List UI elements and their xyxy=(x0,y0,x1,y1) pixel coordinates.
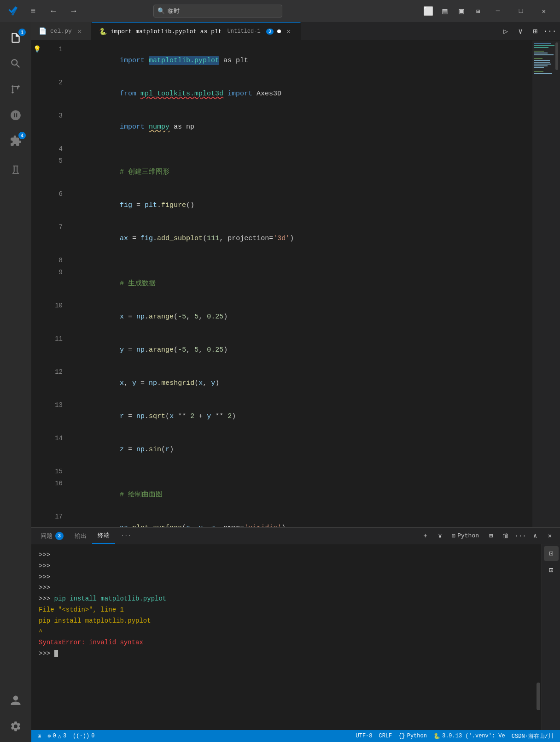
sidebar-item-settings[interactable] xyxy=(4,714,28,738)
line-content-2: from mpl_toolkits.mplot3d import Axes3D xyxy=(70,77,532,111)
terminal-scrollbar[interactable] xyxy=(535,544,542,730)
split-editor-button[interactable]: ⊞ xyxy=(529,25,542,38)
line-number-4: 4 xyxy=(42,144,70,154)
kill-terminal-button[interactable]: 🗑 xyxy=(499,530,512,542)
terminal-line-5: >>> pip install matplotlib.pyplot xyxy=(39,594,528,605)
close-button[interactable]: ✕ xyxy=(533,4,554,18)
panel-tab-problems[interactable]: 问题 3 xyxy=(35,528,69,544)
lightbulb-indicator[interactable]: 💡 xyxy=(31,44,42,54)
search-bar[interactable]: 🔍 临时 xyxy=(153,5,282,18)
terminal-content[interactable]: >>> >>> >>> >>> >>> pip install matplotl… xyxy=(31,544,535,730)
terminal-line-2: >>> xyxy=(39,561,528,572)
status-csdn[interactable]: CSDN·游在山/川 xyxy=(509,730,556,742)
warning-count: 3 xyxy=(63,733,66,739)
sidebar-item-account[interactable] xyxy=(4,689,28,713)
code-editor[interactable]: 💡 1 import matplotlib.pyplot as plt 2 fr… xyxy=(31,41,532,527)
status-language[interactable]: {} Python xyxy=(396,730,430,742)
line-number-14: 14 xyxy=(42,433,70,443)
status-encoding[interactable]: UTF-8 xyxy=(353,730,375,742)
tab-label: cel.py xyxy=(50,28,72,35)
line-content-16: # 绘制曲面图 xyxy=(70,478,532,512)
layout-btn-1[interactable]: ⬜ xyxy=(421,4,436,18)
panel-tab-terminal[interactable]: 终端 xyxy=(92,528,115,544)
close-panel-button[interactable]: ✕ xyxy=(543,530,556,542)
tab-close-icon[interactable]: ✕ xyxy=(285,27,293,35)
extensions-badge: 4 xyxy=(18,132,26,139)
forward-button[interactable]: → xyxy=(66,4,81,18)
minimize-button[interactable]: ─ xyxy=(487,4,508,18)
line-content-10: x = np.arange(-5, 5, 0.25) xyxy=(70,300,532,334)
layout-btn-2[interactable]: ▤ xyxy=(438,4,452,18)
maximize-panel-button[interactable]: ∧ xyxy=(529,530,542,542)
panel-tab-more[interactable]: ··· xyxy=(115,528,137,544)
tab-untitled-1[interactable]: 🐍 import matplotlib.pyplot as plt Untitl… xyxy=(92,22,301,40)
status-python-version[interactable]: 🐍 3.9.13 ('.venv': Ve xyxy=(431,730,508,742)
code-line-12: 12 x, y = np.meshgrid(x, y) xyxy=(31,367,532,400)
layout-btn-4[interactable]: ⊞ xyxy=(471,4,485,18)
terminal-line-9: SyntaxError: invalid syntax xyxy=(39,637,528,648)
code-line-4: 4 xyxy=(31,144,532,156)
terminal-side-btn-1[interactable]: ⊡ xyxy=(544,546,559,561)
status-errors[interactable]: ⊗ 0 △ 3 xyxy=(45,730,69,742)
panel-tab-output[interactable]: 输出 xyxy=(69,528,92,544)
sidebar-item-extensions[interactable]: 4 xyxy=(4,129,28,153)
signal-icon: ((·)) xyxy=(73,733,89,739)
sidebar-item-files[interactable]: 1 xyxy=(4,26,28,50)
line-content-6: fig = plt.figure() xyxy=(70,189,532,222)
line-number-7: 7 xyxy=(42,222,70,232)
line-number-15: 15 xyxy=(42,466,70,477)
layout-btn-3[interactable]: ▣ xyxy=(454,4,469,18)
status-line-ending[interactable]: CRLF xyxy=(376,730,395,742)
sidebar-item-search[interactable] xyxy=(4,52,28,76)
new-terminal-button[interactable]: + xyxy=(419,530,432,542)
maximize-button[interactable]: □ xyxy=(510,4,531,18)
terminal-more-button[interactable]: ··· xyxy=(514,530,527,542)
menu-icon[interactable]: ≡ xyxy=(26,4,41,18)
split-terminal-button[interactable]: ⊞ xyxy=(484,530,497,542)
search-icon: 🔍 xyxy=(158,7,165,15)
status-bar: ⊞ ⊗ 0 △ 3 ((·)) 0 UTF-8 CRLF {} Python xyxy=(31,730,560,742)
line-number-11: 11 xyxy=(42,334,70,344)
titlebar: ≡ ← → 🔍 临时 ⬜ ▤ ▣ ⊞ ─ □ ✕ xyxy=(0,0,560,22)
sidebar-item-debug[interactable] xyxy=(4,103,28,127)
terminal-line-8: ^ xyxy=(39,627,528,638)
tab-badge: 3 xyxy=(266,29,274,35)
python-version-label: 3.9.13 ('.venv': Ve xyxy=(442,733,505,739)
terminal-line-1: >>> xyxy=(39,550,528,561)
error-count: 0 xyxy=(52,733,56,739)
back-button[interactable]: ← xyxy=(46,4,61,18)
problems-badge: 3 xyxy=(55,532,64,540)
line-content-9: # 生成数据 xyxy=(70,267,532,300)
main-container: 1 4 xyxy=(0,22,560,742)
run-button[interactable]: ▷ xyxy=(499,25,512,38)
line-content-5: # 创建三维图形 xyxy=(70,156,532,189)
panel-tab-terminal-label: 终端 xyxy=(98,531,110,540)
terminal-dropdown-button[interactable]: ∨ xyxy=(433,530,446,542)
tab-close-icon[interactable]: ✕ xyxy=(76,27,84,35)
code-line-2: 2 from mpl_toolkits.mplot3d import Axes3… xyxy=(31,77,532,111)
code-line-11: 11 y = np.arange(-5, 5, 0.25) xyxy=(31,334,532,367)
code-line-10: 10 x = np.arange(-5, 5, 0.25) xyxy=(31,300,532,334)
tab-cel-py[interactable]: 📄 cel.py ✕ xyxy=(31,22,92,40)
line-number-10: 10 xyxy=(42,300,70,311)
terminal-side-btn-2[interactable]: ⊡ xyxy=(544,563,559,577)
line-content-7: ax = fig.add_subplot(111, projection='3d… xyxy=(70,222,532,255)
encoding-label: UTF-8 xyxy=(356,733,373,739)
python-terminal-button[interactable]: ⊡ Python xyxy=(448,530,483,542)
tab-sublabel: Untitled-1 xyxy=(228,28,261,35)
code-line-14: 14 z = np.sin(r) xyxy=(31,433,532,466)
language-icon: {} xyxy=(398,733,405,739)
error-icon: ⊗ xyxy=(47,733,51,740)
status-remote[interactable]: ⊞ xyxy=(35,730,44,742)
status-signal[interactable]: ((·)) 0 xyxy=(70,730,97,742)
more-actions-button[interactable]: ··· xyxy=(543,25,556,38)
sidebar-item-flask[interactable] xyxy=(4,159,28,183)
run-dropdown-button[interactable]: ∨ xyxy=(514,25,527,38)
minimap[interactable] xyxy=(532,41,560,527)
python-icon: 🐍 xyxy=(433,733,440,740)
code-line-7: 7 ax = fig.add_subplot(111, projection='… xyxy=(31,222,532,255)
sidebar-item-git[interactable] xyxy=(4,77,28,101)
terminal-python-label: Python xyxy=(457,532,479,539)
code-line-9: 9 # 生成数据 xyxy=(31,267,532,300)
panel-tab-more-label: ··· xyxy=(121,532,131,539)
